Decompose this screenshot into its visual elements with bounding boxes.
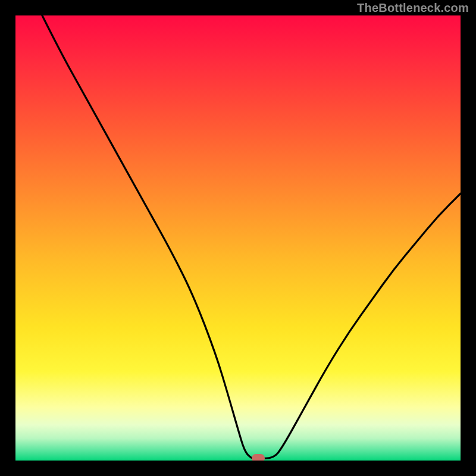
minimum-marker bbox=[252, 454, 265, 461]
bottleneck-curve bbox=[15, 15, 461, 461]
watermark-text: TheBottleneck.com bbox=[357, 1, 469, 15]
plot-area bbox=[15, 15, 461, 461]
chart-frame: TheBottleneck.com bbox=[0, 0, 476, 476]
